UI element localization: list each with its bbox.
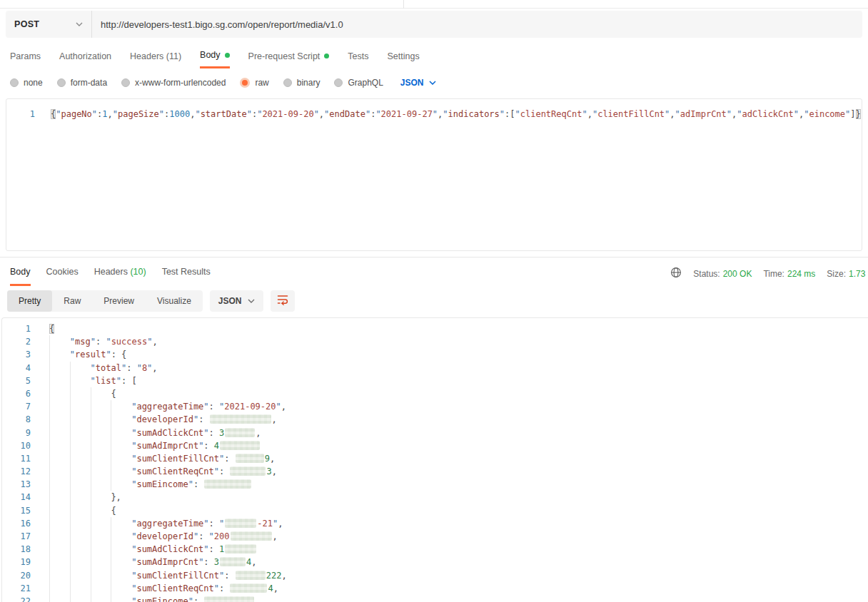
- method-selector[interactable]: POST: [6, 11, 91, 38]
- request-tab-pre-request-script[interactable]: Pre-request Script: [248, 44, 330, 68]
- request-tab-headers[interactable]: Headers (11): [130, 44, 181, 68]
- response-tab-headers[interactable]: Headers (10): [94, 263, 146, 286]
- request-body-editor[interactable]: 1{"pageNo":1,"pageSize":1000,"startDate"…: [6, 98, 862, 251]
- code-line: 6{: [2, 387, 868, 400]
- indent-guide: [111, 569, 131, 582]
- response-tab-body[interactable]: Body: [10, 263, 31, 286]
- code-token: adImprCnt: [680, 109, 727, 119]
- code-token: ,: [281, 402, 286, 412]
- code-line: 16"aggregateTime": "-21",: [2, 517, 868, 530]
- code-token: ,: [278, 519, 283, 529]
- code-token: sumClientReqCnt: [136, 583, 213, 593]
- line-number: 2: [2, 335, 31, 348]
- code-line: 3"result": {: [2, 348, 868, 361]
- body-type-form-data[interactable]: form-data: [57, 78, 107, 88]
- raw-language-dropdown[interactable]: JSON: [400, 78, 436, 88]
- line-number: 19: [2, 556, 31, 568]
- code-token: },: [111, 492, 121, 502]
- request-tab-tests[interactable]: Tests: [348, 44, 368, 68]
- wrap-lines-button[interactable]: [271, 290, 295, 312]
- code-token: sumAdImprCnt: [136, 557, 198, 567]
- request-tab-body[interactable]: Body: [200, 44, 230, 68]
- code-token: ": [113, 109, 118, 119]
- code-line: 13"sumEincome":: [2, 478, 868, 491]
- code-token: clientFillCnt: [597, 109, 665, 119]
- body-type-binary[interactable]: binary: [283, 78, 321, 88]
- radio-icon: [57, 78, 66, 87]
- code-token: pageSize: [118, 109, 159, 119]
- line-number: 14: [2, 491, 31, 504]
- code-token: ,: [587, 109, 592, 119]
- code-token: aggregateTime: [136, 519, 203, 529]
- code-token: success: [111, 337, 148, 347]
- body-type-label: none: [24, 78, 43, 88]
- indent-guide: [49, 439, 70, 452]
- code-token: ": [247, 109, 252, 119]
- request-tab-authorization[interactable]: Authorization: [59, 44, 111, 68]
- indent-guide: [70, 530, 91, 543]
- request-tab-settings[interactable]: Settings: [388, 44, 420, 68]
- view-mode-pretty[interactable]: Pretty: [7, 290, 52, 312]
- code-token: ": [794, 109, 799, 119]
- response-body-editor[interactable]: 1{2"msg": "success",3"result": {4"total"…: [1, 317, 868, 602]
- code-token: :: [224, 571, 234, 581]
- code-token: ": [91, 337, 96, 347]
- raw-language-label: JSON: [400, 78, 424, 88]
- body-type-x-www-form-urlencoded[interactable]: x-www-form-urlencoded: [121, 78, 226, 88]
- indent-guide: [111, 413, 131, 426]
- request-tab-label: Pre-request Script: [248, 51, 321, 61]
- code-token: :: [224, 454, 234, 464]
- code-token: 2021-09-27: [381, 109, 433, 119]
- code-token: ": [582, 109, 587, 119]
- code-token: 3: [219, 428, 224, 438]
- code-line: 18"sumAdClickCnt": 1: [2, 543, 868, 556]
- code-line: 2"msg": "success",: [2, 335, 868, 348]
- code-line: 12"sumClientReqCnt": 3,: [2, 465, 868, 478]
- indent-guide: [111, 582, 131, 595]
- response-tab-label: Headers: [94, 267, 128, 277]
- view-mode-raw[interactable]: Raw: [52, 290, 92, 312]
- line-number: 9: [2, 427, 31, 439]
- response-format-dropdown[interactable]: JSON: [210, 290, 263, 312]
- globe-icon[interactable]: [670, 267, 682, 280]
- request-tab-label: Params: [10, 51, 41, 61]
- body-type-label: binary: [297, 78, 321, 88]
- request-tabs: ParamsAuthorizationHeaders (11)BodyPre-r…: [0, 38, 868, 68]
- response-tab-test-results[interactable]: Test Results: [162, 263, 211, 286]
- code-token: ": [159, 109, 164, 119]
- indent-guide: [91, 478, 111, 491]
- code-token: total: [96, 363, 121, 373]
- body-type-graphql[interactable]: GraphQL: [334, 78, 383, 88]
- body-type-raw[interactable]: raw: [240, 78, 268, 88]
- response-tab-cookies[interactable]: Cookies: [46, 263, 79, 286]
- code-token: ,: [319, 109, 324, 119]
- code-token: 3: [214, 557, 219, 567]
- code-token: ,: [108, 109, 113, 119]
- indent-guide: [49, 478, 70, 491]
- pane-divider: [403, 0, 404, 9]
- view-mode-preview[interactable]: Preview: [92, 290, 146, 312]
- code-line: 10"sumAdImprCnt": 4: [2, 439, 868, 452]
- view-mode-visualize[interactable]: Visualize: [146, 290, 203, 312]
- code-line: 17"developerId": "200,: [2, 530, 868, 543]
- redacted-value: [225, 428, 255, 437]
- code-token: sumAdImprCnt: [136, 441, 198, 451]
- indent-guide: [49, 595, 70, 602]
- code-token: ": [675, 109, 680, 119]
- indent-guide: [91, 465, 111, 478]
- indent-guide: [111, 439, 131, 452]
- code-token: 2021-09-20: [262, 109, 313, 119]
- code-token: pageNo: [61, 109, 91, 119]
- body-type-none[interactable]: none: [10, 78, 43, 88]
- request-tab-label: Headers (11): [130, 51, 181, 61]
- redacted-value: [230, 583, 267, 593]
- code-token: developerId: [136, 531, 193, 541]
- line-number: 13: [2, 478, 31, 491]
- request-tab-params[interactable]: Params: [10, 44, 41, 68]
- indent-guide: [111, 465, 131, 478]
- redacted-value: [210, 414, 271, 424]
- url-input[interactable]: http://developers-test1.bigo.sg.com/open…: [92, 11, 862, 38]
- redacted-value: [230, 466, 266, 476]
- code-line: 22"sumEincome":: [2, 595, 868, 602]
- code-token: ": [106, 350, 111, 359]
